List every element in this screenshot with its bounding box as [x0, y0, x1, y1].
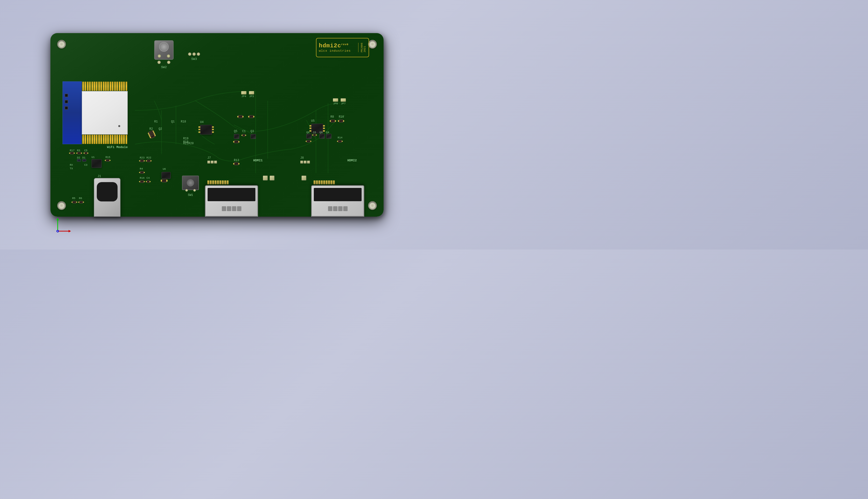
r22-group: R22: [147, 156, 151, 159]
c6-chip: [313, 134, 316, 136]
hdmi2-tab: [328, 206, 332, 211]
u6-label: U6: [163, 168, 166, 171]
hdmi2-pin: [328, 180, 330, 184]
u6-c2-group: U6 C2: [162, 172, 165, 179]
r17-label: R17: [70, 149, 75, 152]
hdmi2-pin: [333, 180, 335, 184]
q4-group: Q4: [326, 131, 329, 134]
q6-label: Q6: [319, 131, 323, 134]
hdmi2-pin-top: [311, 180, 369, 184]
c1-label: C1: [242, 130, 246, 133]
svg-marker-1: [56, 218, 59, 220]
sw3-pin: [192, 52, 196, 56]
jp3-label: JP3: [249, 95, 254, 98]
hdmi2-pin: [323, 180, 325, 184]
jp8: JP8: [333, 98, 338, 105]
r10-group: R10: [339, 115, 344, 120]
r14-label: R14: [338, 136, 342, 139]
q3-chip: [251, 134, 256, 139]
c6-group: C6: [313, 131, 316, 134]
j8-component: J8: [300, 156, 310, 163]
j8-pin: [307, 161, 310, 163]
r16-group: R16: [140, 175, 144, 180]
coord-arrows: [53, 217, 72, 236]
svg-marker-3: [68, 230, 71, 232]
pcb-board: WiFi Module SW2 SW3: [50, 33, 383, 217]
q6-group: Q6: [319, 131, 323, 134]
svg-point-5: [57, 231, 58, 232]
q8-group: Q8: [306, 131, 310, 134]
sw3-pin: [197, 52, 200, 56]
d1-label: D1: [82, 156, 86, 159]
hdmi1-tab: [222, 206, 226, 211]
hdmi2-pin: [326, 180, 328, 184]
r9-group: R9: [249, 115, 253, 119]
r4-chip: [140, 171, 144, 174]
jp3-pad: [249, 91, 254, 95]
r16-c4-group: R16 C4: [140, 175, 151, 180]
coord-axes: [53, 217, 72, 236]
sw1-cap: [187, 179, 194, 186]
test-pad: [301, 175, 306, 180]
hdmi2-connector: [311, 180, 369, 217]
r7-r9-group: R7 R9: [239, 115, 253, 119]
q4-label: Q4: [326, 131, 329, 134]
r1-label: R1: [154, 120, 158, 123]
test-pad: [269, 175, 275, 180]
u6-chip: [162, 172, 171, 179]
j8-label: J8: [300, 156, 310, 160]
j7-component: J7: [207, 156, 217, 163]
jp8-pad: [333, 98, 338, 102]
jp4-jp3-group: JP4 JP3: [241, 91, 254, 98]
jp7-pad: [341, 98, 346, 102]
u1-label: U1: [91, 156, 95, 159]
pcb-wrapper: WiFi Module SW2 SW3: [36, 20, 398, 230]
jp3: JP3: [249, 91, 254, 98]
j1-usbc-connector: [94, 178, 121, 217]
usbc-center-dot: [107, 213, 108, 214]
test-pads-hdmi1: [263, 175, 275, 180]
q5-chip: [234, 134, 239, 139]
hdmi1-connector: [205, 180, 263, 217]
r8-group: R8: [330, 115, 334, 120]
jp8-label: JP8: [333, 102, 338, 105]
sw1-label: SW1: [182, 193, 199, 197]
q8-c6-q6-group: Q8 C6 Q6 Q4 R12: [306, 131, 342, 139]
mount-hole-tl: [57, 40, 66, 49]
hdmi2-tab: [333, 206, 338, 211]
j7-pin: [207, 161, 210, 163]
sw3-pins: [188, 52, 200, 56]
brand-title: hdmi2crev0: [319, 42, 356, 49]
u5-label: U5: [311, 119, 315, 123]
hdmi1-tab: [237, 206, 241, 211]
hdmi2-shell: [313, 203, 362, 215]
j7-label: J7: [207, 156, 217, 160]
j7-pin: [214, 161, 217, 163]
r13-label: R13: [234, 159, 239, 162]
r8-r10-group: R8 R10: [330, 115, 344, 120]
r23-r22-group: R23 R22: [140, 156, 151, 159]
j1-label: J1: [98, 175, 101, 178]
branding-side: PRJ006 2021: [358, 43, 366, 52]
r5-chip: [72, 201, 76, 203]
tx-label: TX: [70, 167, 73, 170]
hdmi1-body: [205, 185, 258, 217]
hdmi1-pin: [224, 180, 226, 184]
r12-chip: [306, 140, 311, 143]
mount-hole-br: [368, 201, 377, 210]
jp7: JP7: [341, 98, 346, 105]
r14-group: R14: [338, 135, 342, 139]
hdmi2-pin: [314, 180, 315, 184]
q6-chip: [319, 134, 325, 139]
jp4-label: JP4: [241, 95, 246, 98]
c4-chip: [147, 180, 150, 183]
d1-chip: [82, 159, 86, 161]
brand-subtitle: wlcx industries: [319, 49, 356, 53]
sw1-component: SW1: [182, 175, 199, 197]
r23-group: R23: [140, 156, 144, 159]
j8-pin: [300, 161, 303, 163]
r13-chip: [234, 162, 239, 165]
c1-group: C1: [242, 130, 246, 134]
center-component-group: R1 Q1 R2 Q2 R18: [152, 125, 181, 149]
c4-label: C4: [147, 177, 150, 180]
